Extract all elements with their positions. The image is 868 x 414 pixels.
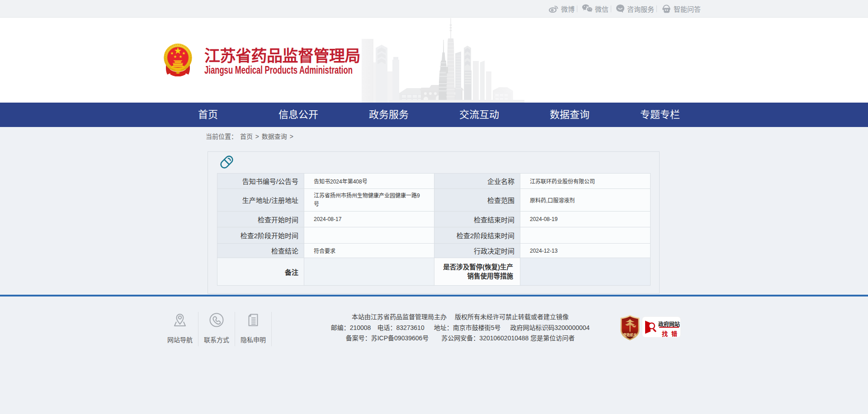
svg-text:党政机关: 党政机关	[623, 333, 637, 337]
